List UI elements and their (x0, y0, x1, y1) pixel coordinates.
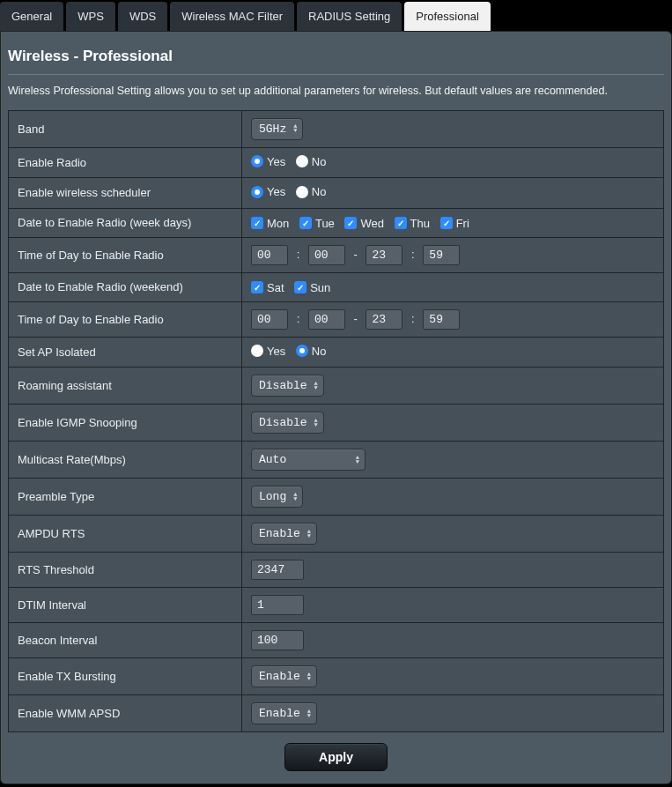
tab-professional[interactable]: Professional (404, 2, 491, 31)
settings-table: Band 5GHz ▲▼ Enable Radio Yes No (8, 110, 664, 733)
multicast-select[interactable]: Auto ▲▼ (251, 449, 366, 471)
radio-icon (296, 186, 308, 198)
igmp-select[interactable]: Disable ▲▼ (251, 412, 324, 434)
enable-scheduler-yes[interactable]: Yes (251, 185, 285, 198)
wmm-select[interactable]: Enable ▲▼ (251, 702, 317, 724)
updown-icon: ▲▼ (314, 419, 318, 427)
checkbox-sun[interactable]: ✓Sun (294, 281, 330, 294)
checkbox-fri[interactable]: ✓Fri (440, 217, 469, 230)
radio-icon (251, 345, 263, 357)
preamble-select[interactable]: Long ▲▼ (251, 486, 303, 508)
check-icon: ✓ (299, 217, 312, 229)
enable-radio-no[interactable]: No (296, 155, 327, 168)
radio-icon (296, 345, 308, 357)
time-week-m1[interactable] (308, 245, 345, 265)
tab-mac-filter[interactable]: Wireless MAC Filter (170, 2, 294, 31)
check-icon: ✓ (344, 217, 357, 229)
time-week-h1[interactable] (251, 245, 288, 265)
time-weekend-h1[interactable] (251, 309, 288, 330)
label-preamble: Preamble Type (9, 479, 242, 516)
ap-isolated-yes[interactable]: Yes (251, 345, 285, 358)
page-description: Wireless Professional Setting allows you… (8, 84, 664, 100)
label-date-week: Date to Enable Radio (week days) (9, 208, 242, 237)
time-week-m2[interactable] (423, 245, 460, 265)
updown-icon: ▲▼ (356, 456, 359, 464)
time-weekend-m1[interactable] (308, 309, 345, 330)
checkbox-tue[interactable]: ✓Tue (299, 217, 335, 230)
updown-icon: ▲▼ (293, 493, 297, 501)
tab-wds[interactable]: WDS (118, 2, 167, 31)
label-band: Band (9, 110, 242, 147)
label-ampdu: AMPDU RTS (9, 516, 242, 553)
settings-panel: Wireless - Professional Wireless Profess… (0, 31, 672, 784)
tx-burst-select[interactable]: Enable ▲▼ (251, 665, 317, 687)
label-roaming: Roaming assistant (9, 368, 242, 405)
rts-input[interactable] (251, 560, 304, 580)
label-igmp: Enable IGMP Snooping (9, 405, 242, 442)
tab-bar: General WPS WDS Wireless MAC Filter RADI… (0, 0, 672, 31)
updown-icon: ▲▼ (307, 530, 311, 538)
radio-icon (296, 155, 308, 167)
tab-radius[interactable]: RADIUS Setting (297, 2, 402, 31)
checkbox-wed[interactable]: ✓Wed (344, 217, 384, 230)
updown-icon: ▲▼ (307, 709, 311, 718)
label-dtim: DTIM Interval (9, 588, 242, 623)
radio-icon (251, 155, 263, 167)
apply-button[interactable]: Apply (284, 743, 388, 771)
checkbox-sat[interactable]: ✓Sat (251, 281, 284, 294)
radio-icon (251, 186, 263, 198)
label-tx-burst: Enable TX Bursting (9, 658, 242, 695)
label-time-weekend: Time of Day to Enable Radio (9, 301, 242, 337)
check-icon: ✓ (251, 281, 263, 293)
label-enable-radio: Enable Radio (9, 147, 242, 178)
check-icon: ✓ (251, 217, 263, 229)
label-enable-scheduler: Enable wireless scheduler (9, 178, 242, 209)
tab-general[interactable]: General (0, 2, 63, 31)
ap-isolated-no[interactable]: No (296, 345, 327, 358)
label-time-week: Time of Day to Enable Radio (9, 237, 242, 272)
dtim-input[interactable] (251, 595, 304, 615)
label-beacon: Beacon Interval (9, 623, 242, 658)
label-date-weekend: Date to Enable Radio (weekend) (9, 272, 242, 301)
time-week-h2[interactable] (366, 245, 402, 265)
label-rts: RTS Threshold (9, 553, 242, 588)
band-select[interactable]: 5GHz ▲▼ (251, 118, 303, 140)
band-value: 5GHz (259, 123, 286, 136)
label-ap-isolated: Set AP Isolated (9, 337, 242, 368)
beacon-input[interactable] (251, 630, 304, 650)
roaming-select[interactable]: Disable ▲▼ (251, 375, 324, 397)
tab-wps[interactable]: WPS (66, 2, 115, 31)
updown-icon: ▲▼ (307, 672, 311, 681)
checkbox-mon[interactable]: ✓Mon (251, 217, 289, 230)
enable-scheduler-no[interactable]: No (296, 185, 327, 198)
checkbox-thu[interactable]: ✓Thu (395, 217, 430, 230)
enable-radio-yes[interactable]: Yes (251, 155, 285, 168)
page-title: Wireless - Professional (8, 42, 664, 75)
check-icon: ✓ (294, 281, 306, 293)
updown-icon: ▲▼ (293, 124, 297, 133)
ampdu-select[interactable]: Enable ▲▼ (251, 523, 317, 545)
label-wmm: Enable WMM APSD (9, 695, 242, 732)
label-multicast: Multicast Rate(Mbps) (9, 442, 242, 479)
updown-icon: ▲▼ (314, 382, 318, 390)
check-icon: ✓ (440, 217, 453, 229)
check-icon: ✓ (395, 217, 407, 229)
time-weekend-h2[interactable] (366, 309, 402, 330)
time-weekend-m2[interactable] (423, 309, 460, 330)
